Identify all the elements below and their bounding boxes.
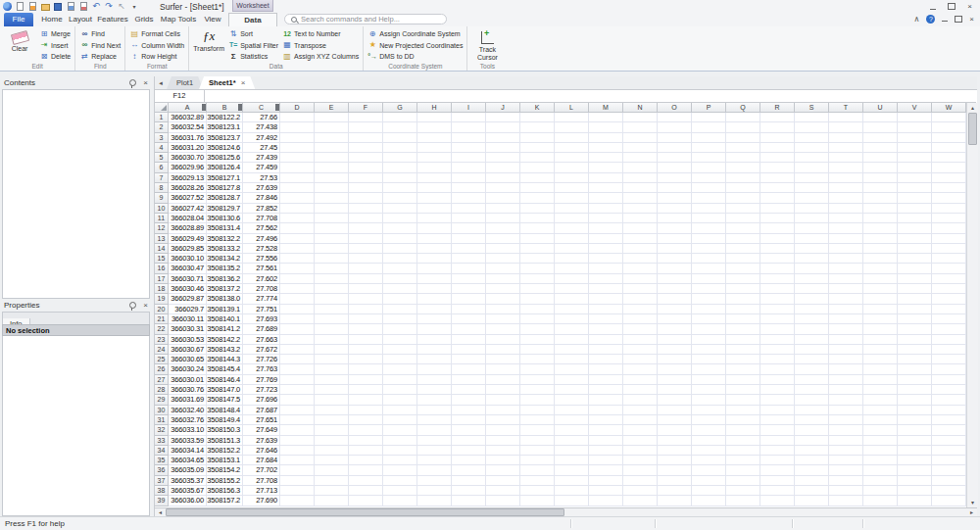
cell-Q13[interactable]	[726, 234, 760, 244]
cell-L36[interactable]	[555, 465, 589, 475]
cell-D38[interactable]	[280, 486, 315, 496]
cell-U23[interactable]	[863, 335, 898, 345]
cell-U1[interactable]	[863, 113, 898, 122]
cell-F30[interactable]	[349, 406, 383, 415]
cell-U3[interactable]	[863, 133, 898, 143]
cell-U34[interactable]	[863, 446, 898, 456]
cell-W38[interactable]	[932, 486, 966, 496]
cell-Q39[interactable]	[726, 496, 760, 506]
cell-U10[interactable]	[863, 204, 898, 214]
cell-M11[interactable]	[589, 214, 623, 223]
cell-A36[interactable]: 366035.09	[169, 465, 207, 475]
cell-M38[interactable]	[589, 486, 623, 496]
cell-C1[interactable]: 27.66	[243, 113, 280, 122]
row-header-37[interactable]: 37	[155, 476, 169, 486]
cell-K30[interactable]	[520, 406, 555, 415]
cell-U16[interactable]	[863, 264, 898, 273]
cell-U8[interactable]	[863, 183, 898, 193]
cell-F3[interactable]	[349, 133, 383, 143]
cell-H31[interactable]	[417, 415, 452, 425]
cell-V3[interactable]	[898, 133, 932, 143]
column-header-T[interactable]: T	[829, 103, 863, 113]
cell-G31[interactable]	[383, 415, 417, 425]
cell-F27[interactable]	[349, 375, 383, 385]
cell-E24[interactable]	[315, 345, 349, 355]
cell-B37[interactable]: 3508155.2	[207, 476, 243, 486]
cell-Q18[interactable]	[726, 284, 760, 294]
cell-C22[interactable]: 27.689	[243, 324, 280, 334]
cell-P3[interactable]	[692, 133, 726, 143]
row-header-9[interactable]: 9	[155, 193, 169, 203]
cell-R13[interactable]	[760, 234, 795, 244]
cell-L19[interactable]	[555, 294, 589, 304]
cell-M30[interactable]	[589, 406, 623, 415]
properties-close-icon[interactable]: ×	[143, 302, 148, 310]
cell-S12[interactable]	[795, 223, 829, 233]
assign-xyz-columns-button[interactable]: ▥Assign XYZ Columns	[282, 51, 359, 63]
cell-L21[interactable]	[555, 314, 589, 324]
cell-O16[interactable]	[658, 264, 692, 273]
contents-close-icon[interactable]: ×	[143, 79, 148, 87]
row-header-5[interactable]: 5	[155, 153, 169, 163]
cell-E3[interactable]	[315, 133, 349, 143]
cell-T33[interactable]	[829, 436, 863, 446]
cell-E21[interactable]	[315, 314, 349, 324]
row-header-13[interactable]: 13	[155, 234, 169, 244]
cell-T5[interactable]	[829, 153, 863, 163]
cell-N5[interactable]	[623, 153, 658, 163]
cell-W30[interactable]	[932, 406, 966, 415]
cell-K35[interactable]	[520, 456, 555, 465]
cell-Q31[interactable]	[726, 415, 760, 425]
cell-J13[interactable]	[486, 234, 520, 244]
cell-I32[interactable]	[452, 425, 486, 435]
cell-E4[interactable]	[315, 143, 349, 153]
cell-D8[interactable]	[280, 183, 315, 193]
cell-O12[interactable]	[658, 223, 692, 233]
cell-B13[interactable]: 3508132.2	[207, 234, 243, 244]
cell-A23[interactable]: 366030.53	[169, 335, 207, 345]
cell-F32[interactable]	[349, 425, 383, 435]
cell-S26[interactable]	[795, 364, 829, 374]
cell-L32[interactable]	[555, 425, 589, 435]
cell-P35[interactable]	[692, 456, 726, 465]
cell-T9[interactable]	[829, 193, 863, 203]
cell-A28[interactable]: 366030.76	[169, 385, 207, 395]
cell-W7[interactable]	[932, 173, 966, 183]
cell-F15[interactable]	[349, 254, 383, 264]
collapse-ribbon-icon[interactable]: ∧	[913, 15, 919, 24]
cell-N33[interactable]	[623, 436, 658, 446]
cell-J15[interactable]	[486, 254, 520, 264]
format-cells-button[interactable]: ▤Format Cells	[129, 28, 184, 40]
row-header-31[interactable]: 31	[155, 415, 169, 425]
cell-O4[interactable]	[658, 143, 692, 153]
cell-F11[interactable]	[349, 214, 383, 223]
cell-I36[interactable]	[452, 465, 486, 475]
row-header-10[interactable]: 10	[155, 204, 169, 214]
cell-E18[interactable]	[315, 284, 349, 294]
cell-Q30[interactable]	[726, 406, 760, 415]
cell-S16[interactable]	[795, 264, 829, 273]
cell-I34[interactable]	[452, 446, 486, 456]
cell-B8[interactable]: 3508127.8	[207, 183, 243, 193]
scroll-left-icon[interactable]: ◂	[155, 508, 166, 516]
tab-data[interactable]: Data	[228, 13, 277, 26]
cell-K12[interactable]	[520, 223, 555, 233]
cell-V14[interactable]	[898, 244, 932, 254]
cell-Q5[interactable]	[726, 153, 760, 163]
cell-U37[interactable]	[863, 476, 898, 486]
cell-T10[interactable]	[829, 204, 863, 214]
cell-G38[interactable]	[383, 486, 417, 496]
cell-O33[interactable]	[658, 436, 692, 446]
cell-F28[interactable]	[349, 385, 383, 395]
cell-R21[interactable]	[760, 314, 795, 324]
cell-V39[interactable]	[898, 496, 932, 506]
column-header-U[interactable]: U	[863, 103, 898, 113]
cell-S36[interactable]	[795, 465, 829, 475]
cell-M15[interactable]	[589, 254, 623, 264]
cell-W35[interactable]	[932, 456, 966, 465]
cell-V8[interactable]	[898, 183, 932, 193]
cell-V36[interactable]	[898, 465, 932, 475]
cell-F26[interactable]	[349, 364, 383, 374]
cell-A2[interactable]: 366032.54	[169, 122, 207, 132]
cell-M28[interactable]	[589, 385, 623, 395]
